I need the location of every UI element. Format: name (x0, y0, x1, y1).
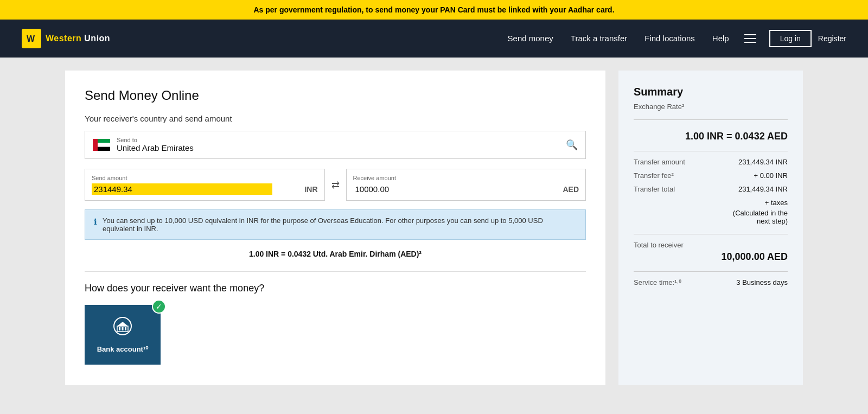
svg-rect-7 (119, 327, 120, 330)
nav-find-locations[interactable]: Find locations (644, 34, 695, 43)
hamburger-line-3 (744, 42, 756, 43)
transfer-amount-value: 231,449.34 INR (738, 158, 788, 166)
country-field-label: Send to (117, 137, 566, 143)
login-button[interactable]: Log in (769, 30, 812, 47)
section-divider (85, 271, 586, 272)
total-receiver-label: Total to receiver (634, 241, 788, 249)
exchange-rate-big: 1.00 INR = 0.0432 AED (634, 126, 788, 142)
svg-text:W: W (27, 34, 35, 43)
nav-track-transfer[interactable]: Track a transfer (571, 34, 627, 43)
transfer-total-label: Transfer total (634, 185, 675, 193)
how-section-title: How does your receiver want the money? (85, 283, 586, 294)
svg-rect-4 (98, 147, 110, 151)
service-time-value: 3 Business days (736, 278, 788, 286)
summary-title: Summary (634, 86, 788, 98)
svg-rect-2 (98, 139, 110, 143)
transfer-total-row: Transfer total 231,449.34 INR (634, 185, 788, 193)
swap-icon[interactable]: ⇄ (331, 179, 340, 191)
country-search-button[interactable]: 🔍 (566, 139, 578, 151)
service-time-label: Service time:¹·⁸ (634, 278, 681, 286)
top-banner: As per government regulation, to send mo… (0, 0, 868, 20)
banner-text: As per government regulation, to send mo… (253, 5, 614, 14)
send-amount-field: Send amount INR (85, 169, 325, 201)
left-panel: Send Money Online Your receiver's countr… (65, 71, 605, 385)
info-text: You can send up to 10,000 USD equivalent… (103, 216, 577, 233)
receive-amount-field: Receive amount AED (346, 169, 586, 201)
receiver-section-label: Your receiver's country and send amount (85, 114, 586, 123)
register-button[interactable]: Register (818, 34, 846, 43)
bank-icon (112, 316, 133, 340)
main-content: Send Money Online Your receiver's countr… (0, 58, 868, 398)
country-info: Send to United Arab Emirates (117, 137, 566, 153)
hamburger-menu[interactable] (742, 32, 758, 45)
svg-rect-9 (125, 327, 126, 330)
amount-row: Send amount INR ⇄ Receive amount AED (85, 169, 586, 201)
send-amount-label: Send amount (92, 175, 318, 181)
svg-rect-1 (93, 139, 98, 151)
search-icon: 🔍 (566, 139, 578, 150)
transfer-fee-value: + 0.00 INR (754, 171, 788, 180)
receive-currency: AED (563, 185, 579, 194)
total-receiver-section: Total to receiver 10,000.00 AED (634, 234, 788, 263)
selected-checkmark: ✓ (152, 300, 166, 314)
exchange-rate-label: Exchange Rate² (634, 103, 788, 111)
send-currency: INR (304, 185, 317, 194)
logo-icon: W (22, 29, 41, 48)
svg-marker-10 (117, 322, 128, 326)
bank-account-card[interactable]: Bank account¹⁰ (85, 305, 161, 365)
exchange-rate-text: 1.00 INR = 0.0432 Utd. Arab Emir. Dirham… (85, 250, 586, 258)
country-name: United Arab Emirates (117, 143, 194, 152)
taxes-label: + taxes (634, 199, 788, 207)
service-time-row: Service time:¹·⁸ 3 Business days (634, 271, 788, 286)
transfer-amount-label: Transfer amount (634, 158, 685, 166)
bank-card-label: Bank account¹⁰ (97, 345, 149, 353)
total-receiver-value: 10,000.00 AED (634, 251, 788, 263)
svg-rect-3 (98, 143, 110, 147)
logo-text: Western Union (46, 34, 110, 43)
hamburger-line-1 (744, 34, 756, 35)
nav-help[interactable]: Help (712, 34, 729, 43)
hamburger-line-2 (744, 38, 756, 39)
transfer-fee-label: Transfer fee² (634, 171, 674, 180)
check-icon: ✓ (156, 302, 162, 311)
info-box: ℹ You can send up to 10,000 USD equivale… (85, 209, 586, 240)
country-selector[interactable]: Send to United Arab Emirates 🔍 (85, 131, 586, 159)
swap-arrows: ⇄ (331, 179, 340, 191)
transfer-amount-row: Transfer amount 231,449.34 INR (634, 158, 788, 166)
uae-flag (93, 139, 110, 151)
taxes-section: + taxes (Calculated in thenext step) (634, 199, 788, 225)
transfer-total-value: 231,449.34 INR (738, 185, 788, 193)
bank-card-wrapper: Bank account¹⁰ ✓ (85, 305, 161, 365)
receive-amount-input[interactable] (353, 183, 534, 195)
navbar: W Western Union Send money Track a trans… (0, 20, 868, 58)
receive-amount-label: Receive amount (353, 175, 579, 181)
taxes-note: (Calculated in thenext step) (634, 209, 788, 225)
page-title: Send Money Online (85, 88, 586, 103)
summary-divider-2 (634, 151, 788, 151)
info-icon: ℹ (94, 217, 97, 227)
navbar-logo: W Western Union (22, 29, 508, 48)
summary-divider-1 (634, 119, 788, 120)
nav-send-money[interactable]: Send money (508, 34, 553, 43)
navbar-links: Send money Track a transfer Find locatio… (508, 34, 729, 43)
transfer-fee-row: Transfer fee² + 0.00 INR (634, 171, 788, 180)
summary-panel: Summary Exchange Rate² 1.00 INR = 0.0432… (618, 71, 803, 385)
send-amount-input[interactable] (92, 183, 272, 195)
svg-rect-8 (122, 327, 124, 330)
